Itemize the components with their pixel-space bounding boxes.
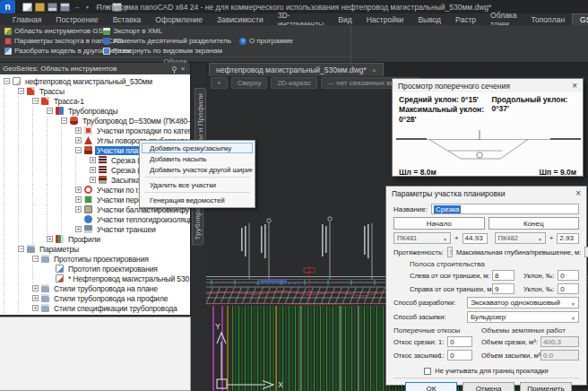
tree-item[interactable]: * Нефтепровод магистральный 530 мм xyxy=(0,274,190,283)
tree-item[interactable]: +Стили трубопровода на плане xyxy=(0,283,190,293)
right-slope-input[interactable]: 0 xyxy=(558,283,579,294)
ribbon-tab-GS_Common[interactable]: GS_Common xyxy=(572,13,588,25)
print-icon[interactable] xyxy=(112,3,122,12)
tree-item[interactable]: Участки теплогидроизоляции xyxy=(0,214,190,224)
close-icon[interactable] xyxy=(572,82,577,91)
start-button[interactable]: Начало xyxy=(393,217,485,230)
tree-item-label[interactable]: * Нефтепровод магистральный 530 мм xyxy=(66,274,190,283)
collapse-icon[interactable]: − xyxy=(4,78,10,84)
collapse-icon[interactable]: − xyxy=(32,98,39,104)
cancel-button[interactable]: Отмена xyxy=(463,382,514,391)
tree-item[interactable]: −Трассы xyxy=(0,86,190,96)
undo-icon[interactable]: ← xyxy=(73,3,82,12)
ribbon-command[interactable]: О программе xyxy=(237,36,349,46)
expand-icon[interactable]: + xyxy=(75,196,82,203)
ribbon-tab-Главная[interactable]: Главная xyxy=(5,13,48,25)
ribbon-tab-Вывод[interactable]: Вывод xyxy=(411,13,448,25)
ribbon-tab-Облака точек[interactable]: Облака точек xyxy=(483,13,523,25)
fill-method-select[interactable]: Бульдозер xyxy=(467,311,579,323)
redo-icon[interactable]: → xyxy=(92,3,102,12)
collapse-icon[interactable]: − xyxy=(18,88,24,94)
ribbon-tab-Вид[interactable]: Вид xyxy=(331,13,359,25)
right-of-axis-input[interactable]: 9 xyxy=(492,283,514,294)
expand-icon[interactable]: + xyxy=(32,305,39,311)
ribbon-tab-3D-инструменты[interactable]: 3D-инструменты xyxy=(271,13,332,25)
tree-item[interactable]: +Стили спецификации трубопровода xyxy=(0,303,190,313)
open-icon[interactable] xyxy=(35,3,45,12)
tree-item-label[interactable]: нефтепровод магистральный_530мм xyxy=(23,77,154,86)
tree-item[interactable]: −Трубопроводы xyxy=(0,106,190,116)
close-icon[interactable]: × xyxy=(178,65,187,74)
tree-item-label[interactable]: Трубопровод D=530мм (ПК480-ПК503+99.86) xyxy=(81,117,190,126)
expand-icon[interactable]: + xyxy=(90,177,96,183)
start-station-select[interactable]: ПК481 xyxy=(393,232,451,244)
save-as-icon[interactable] xyxy=(60,3,70,12)
dialog-title-bar[interactable]: Параметры участка планировки xyxy=(386,187,586,200)
tree-item-label[interactable]: Профили xyxy=(66,235,102,244)
pin-icon[interactable] xyxy=(169,65,178,74)
expand-icon[interactable]: + xyxy=(75,206,82,213)
tree-item[interactable]: −Параметры xyxy=(0,244,190,254)
collapse-icon[interactable]: − xyxy=(61,117,67,124)
expand-icon[interactable]: + xyxy=(32,295,39,301)
ribbon-command[interactable]: Область инструментов GS xyxy=(2,26,100,36)
ribbon-command[interactable]: Развернуть по видовым экранам xyxy=(100,46,237,56)
tree-item-label[interactable]: Участки прокладки по категориям xyxy=(95,126,190,135)
left-of-axis-input[interactable]: 8 xyxy=(492,270,514,281)
start-offset-input[interactable]: 44.93 xyxy=(463,233,488,244)
ribbon-command[interactable]: Экспорт в XML xyxy=(100,26,237,36)
expand-icon[interactable]: + xyxy=(75,137,82,143)
tree-item-label[interactable]: Стили спецификации трубопровода xyxy=(52,304,179,313)
menu-item[interactable]: Добавить участок другой ширины xyxy=(142,164,253,175)
menu-item[interactable]: Удалить все участки xyxy=(142,179,253,190)
menu-item[interactable]: Добавить насыпь xyxy=(142,153,253,164)
tree-item[interactable]: −Прототипы проектирования xyxy=(0,254,190,264)
save-icon[interactable] xyxy=(48,3,57,12)
expand-icon[interactable]: + xyxy=(32,285,39,291)
name-input[interactable]: Срезка xyxy=(431,204,579,214)
ribbon-tab-Зависимости[interactable]: Зависимости xyxy=(210,13,271,25)
ribbon-command[interactable]: Разобрать модель в другой чертеж xyxy=(2,46,100,56)
collapse-icon[interactable]: − xyxy=(75,147,82,153)
menu-item[interactable]: Добавить срезку/засыпку xyxy=(142,143,253,153)
dev-method-select[interactable]: Экскаватор одноковшовый xyxy=(467,297,579,308)
ribbon-command[interactable]: Изменить десятичный разделитель xyxy=(100,36,237,46)
tree-item-label[interactable]: Участки теплогидроизоляции xyxy=(95,215,190,224)
tree-item[interactable]: −Трасса-1 xyxy=(0,96,190,106)
end-station-select[interactable]: ПК482 xyxy=(495,232,546,244)
tree-item[interactable]: Прототип проектирования xyxy=(0,264,190,274)
tree-item-label[interactable]: Участки траншеи xyxy=(95,225,158,234)
tree-item[interactable]: +Стили трубопровода на профиле xyxy=(0,293,190,303)
end-button[interactable]: Конец xyxy=(489,217,580,230)
tree-item[interactable]: +Профили xyxy=(0,234,190,244)
document-close-icon[interactable]: × xyxy=(372,66,376,74)
ribbon-tab-Оформление[interactable]: Оформление xyxy=(148,13,210,25)
expand-icon[interactable]: + xyxy=(47,236,53,242)
dialog-title-bar[interactable]: Просмотр поперечного сечения xyxy=(393,79,583,92)
expand-icon[interactable]: + xyxy=(75,187,82,193)
left-slope-input[interactable]: 0 xyxy=(558,270,579,281)
ok-button[interactable]: ОК xyxy=(405,382,457,391)
tree-item-label[interactable]: Прототипы проектирования xyxy=(52,255,151,264)
tree-item-label[interactable]: Стили трубопровода на профиле xyxy=(52,294,169,303)
undo-caret-icon[interactable]: ▼ xyxy=(85,4,90,10)
ribbon-tab-Растр[interactable]: Растр xyxy=(448,13,483,25)
viewport-button[interactable]: 2D-каркас xyxy=(271,77,317,89)
end-offset-input[interactable]: 2.93 xyxy=(557,233,579,244)
tree-item-label[interactable]: Трасса-1 xyxy=(52,97,86,106)
ignore-bounds-checkbox[interactable] xyxy=(424,368,431,375)
collapse-icon[interactable]: − xyxy=(47,108,53,114)
expand-icon[interactable]: + xyxy=(90,167,96,173)
tree-item[interactable]: +Участки прокладки по категориям xyxy=(0,126,190,135)
ribbon-tab-Построение[interactable]: Построение xyxy=(48,13,105,25)
viewport-button[interactable]: + xyxy=(211,77,228,89)
tree-item[interactable]: −нефтепровод магистральный_530мм xyxy=(0,76,190,86)
collapse-icon[interactable]: − xyxy=(18,246,24,252)
tree-item-label[interactable]: Трассы xyxy=(38,87,66,96)
cut-slope-input[interactable]: 0 xyxy=(447,336,472,347)
ribbon-tab-Топоплан[interactable]: Топоплан xyxy=(524,13,573,25)
tree-item-label[interactable]: Трубопроводы xyxy=(66,107,120,116)
expand-icon[interactable]: + xyxy=(75,226,82,232)
new-file-icon[interactable] xyxy=(22,3,32,12)
expand-icon[interactable]: + xyxy=(90,157,96,163)
